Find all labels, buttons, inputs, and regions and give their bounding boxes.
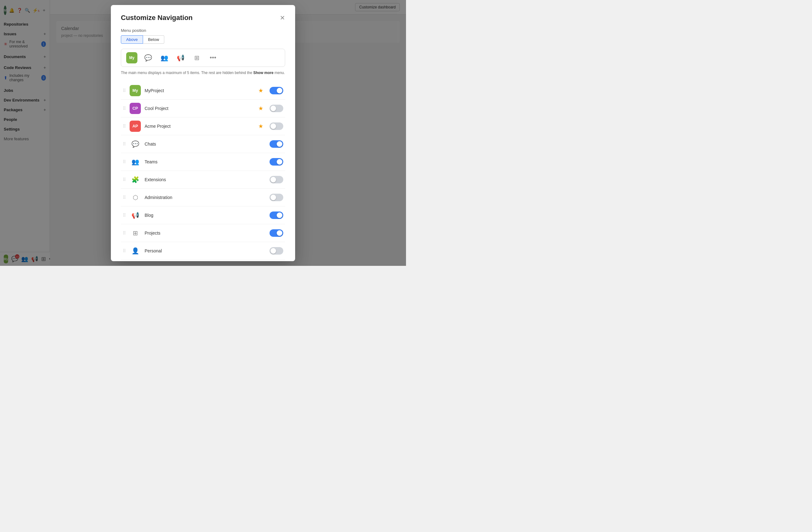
toggle-extensions[interactable]	[270, 176, 283, 183]
toggle-chats[interactable]	[270, 140, 283, 148]
star-icon-myproject[interactable]: ★	[258, 87, 263, 94]
nav-item-administration: ⠿⬡Administration	[121, 189, 285, 206]
nav-item-personal: ⠿👤Personal	[121, 242, 285, 260]
item-label-acmeproject: Acme Project	[145, 124, 255, 129]
preview-teams-icon: 👥	[159, 52, 170, 63]
position-below-button[interactable]: Below	[143, 35, 164, 44]
toggle-coolproject[interactable]	[270, 105, 283, 112]
item-icon-administration: ⬡	[130, 192, 141, 203]
preview-hint: The main menu displays a maximum of 5 it…	[121, 70, 285, 76]
toggle-administration[interactable]	[270, 194, 283, 201]
preview-projects-icon: ⊞	[191, 52, 202, 63]
drag-handle-projects[interactable]: ⠿	[123, 231, 126, 235]
position-above-button[interactable]: Above	[121, 35, 143, 44]
toggle-blog[interactable]	[270, 212, 283, 219]
item-icon-myproject: My	[130, 85, 141, 96]
nav-item-list: ⠿MyMyProject★⠿CPCool Project★⠿APAcme Pro…	[121, 82, 285, 260]
item-label-blog: Blog	[145, 213, 266, 218]
drag-handle-chats[interactable]: ⠿	[123, 142, 126, 146]
nav-item-coolproject: ⠿CPCool Project★	[121, 100, 285, 117]
close-modal-button[interactable]: ✕	[280, 15, 285, 21]
drag-handle-blog[interactable]: ⠿	[123, 213, 126, 218]
modal-overlay: Customize Navigation ✕ Menu position Abo…	[0, 0, 406, 266]
preview-bar: My 💬 👥 📢 ⊞ •••	[121, 49, 285, 67]
item-icon-personal: 👤	[130, 245, 141, 257]
item-icon-teams: 👥	[130, 156, 141, 168]
item-label-myproject: MyProject	[145, 88, 255, 93]
nav-item-myproject: ⠿MyMyProject★	[121, 82, 285, 100]
item-label-extensions: Extensions	[145, 177, 266, 182]
nav-item-acmeproject: ⠿APAcme Project★	[121, 117, 285, 135]
menu-position-label: Menu position	[121, 28, 285, 33]
drag-handle-coolproject[interactable]: ⠿	[123, 106, 126, 111]
star-icon-acmeproject[interactable]: ★	[258, 123, 263, 130]
item-label-teams: Teams	[145, 159, 266, 164]
toggle-myproject[interactable]	[270, 87, 283, 94]
star-icon-coolproject[interactable]: ★	[258, 105, 263, 112]
item-label-personal: Personal	[145, 248, 266, 253]
item-icon-extensions: 🧩	[130, 174, 141, 185]
toggle-projects[interactable]	[270, 229, 283, 237]
toggle-teams[interactable]	[270, 158, 283, 166]
drag-handle-extensions[interactable]: ⠿	[123, 177, 126, 182]
preview-more-icon: •••	[207, 52, 219, 63]
toggle-personal[interactable]	[270, 247, 283, 255]
drag-handle-myproject[interactable]: ⠿	[123, 88, 126, 93]
customize-navigation-modal: Customize Navigation ✕ Menu position Abo…	[111, 5, 295, 261]
item-icon-blog: 📢	[130, 210, 141, 221]
modal-header: Customize Navigation ✕	[121, 14, 285, 22]
item-label-administration: Administration	[145, 195, 266, 200]
drag-handle-personal[interactable]: ⠿	[123, 248, 126, 253]
item-label-coolproject: Cool Project	[145, 106, 255, 111]
drag-handle-acmeproject[interactable]: ⠿	[123, 124, 126, 129]
item-icon-coolproject: CP	[130, 103, 141, 114]
drag-handle-administration[interactable]: ⠿	[123, 195, 126, 200]
toggle-acmeproject[interactable]	[270, 123, 283, 130]
nav-item-chats: ⠿💬Chats	[121, 135, 285, 153]
item-icon-chats: 💬	[130, 139, 141, 149]
preview-blog-icon: 📢	[175, 52, 186, 63]
menu-position-group: Above Below	[121, 35, 285, 44]
modal-title: Customize Navigation	[121, 14, 193, 22]
drag-handle-teams[interactable]: ⠿	[123, 159, 126, 164]
item-icon-projects: ⊞	[130, 227, 141, 239]
nav-item-extensions: ⠿🧩Extensions	[121, 171, 285, 189]
nav-item-projects: ⠿⊞Projects	[121, 224, 285, 242]
preview-chats-icon: 💬	[142, 52, 154, 63]
nav-item-blog: ⠿📢Blog	[121, 206, 285, 224]
item-icon-acmeproject: AP	[130, 120, 141, 132]
preview-myproject-icon: My	[126, 52, 137, 63]
nav-item-teams: ⠿👥Teams	[121, 153, 285, 171]
item-label-chats: Chats	[145, 142, 266, 146]
item-label-projects: Projects	[145, 231, 266, 235]
